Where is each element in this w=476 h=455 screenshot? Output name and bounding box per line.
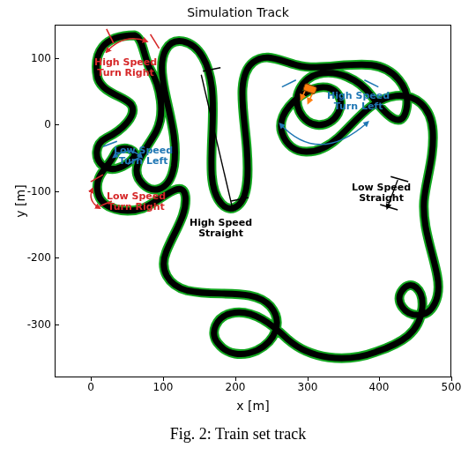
figure-caption: Fig. 2: Train set track (0, 425, 476, 444)
ann-high-speed-turn-left: High Speed Turn Left (327, 91, 390, 112)
ann-low-speed-straight: Low Speed Straight (352, 183, 411, 204)
svg-line-1 (151, 34, 160, 48)
plot-title: Simulation Track (0, 5, 476, 19)
ann-high-speed-straight: High Speed Straight (190, 218, 252, 239)
ann-low-speed-turn-left: Low Speed Turn Left (114, 145, 173, 167)
svg-line-8 (282, 80, 296, 87)
ann-high-speed-turn-right: High Speed Turn Right (94, 57, 157, 78)
plot-area: High Speed Turn Right Low Speed Turn Lef… (55, 25, 451, 377)
ann-low-speed-turn-right: Low Speed Turn Right (107, 191, 166, 213)
figure-container: Simulation Track y [m] (0, 0, 476, 455)
svg-line-11 (380, 205, 398, 210)
x-axis-label: x [m] (55, 399, 451, 413)
